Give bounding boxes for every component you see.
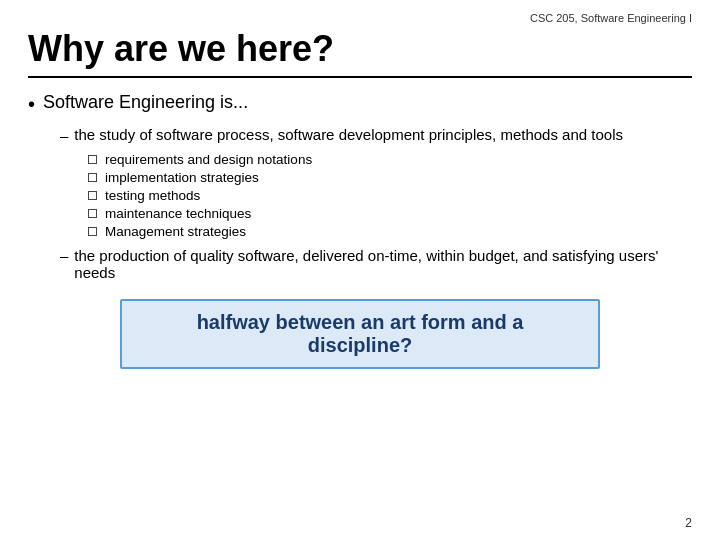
sub-dash-0: – (60, 127, 68, 144)
sub-sub-item-text-4: Management strategies (105, 224, 246, 239)
list-item: maintenance techniques (88, 206, 692, 221)
sub-item-0: – the study of software process, softwar… (60, 126, 692, 144)
list-item: Management strategies (88, 224, 692, 239)
sub-sub-item-text-1: implementation strategies (105, 170, 259, 185)
list-item: implementation strategies (88, 170, 692, 185)
main-bullet-dot: • (28, 93, 35, 116)
sub-sub-item-text-3: maintenance techniques (105, 206, 251, 221)
slide: CSC 205, Software Engineering I Why are … (0, 0, 720, 540)
square-bullet-icon (88, 209, 97, 218)
main-bullet: • Software Engineering is... (28, 92, 692, 116)
square-bullet-icon (88, 191, 97, 200)
page-number: 2 (685, 516, 692, 530)
sub-dash-1: – (60, 247, 68, 264)
course-label: CSC 205, Software Engineering I (28, 12, 692, 24)
sub-item-1: – the production of quality software, de… (60, 247, 692, 281)
sub-sub-list: requirements and design notations implem… (88, 152, 692, 239)
main-bullet-text: Software Engineering is... (43, 92, 248, 113)
sub-item-text-1: the production of quality software, deli… (74, 247, 692, 281)
sub-sub-item-text-0: requirements and design notations (105, 152, 312, 167)
square-bullet-icon (88, 227, 97, 236)
sub-item-text-0: the study of software process, software … (74, 126, 623, 143)
square-bullet-icon (88, 173, 97, 182)
slide-title: Why are we here? (28, 28, 692, 70)
list-item: testing methods (88, 188, 692, 203)
title-divider (28, 76, 692, 78)
square-bullet-icon (88, 155, 97, 164)
list-item: requirements and design notations (88, 152, 692, 167)
sub-sub-item-text-2: testing methods (105, 188, 200, 203)
highlight-box: halfway between an art form and a discip… (120, 299, 600, 369)
